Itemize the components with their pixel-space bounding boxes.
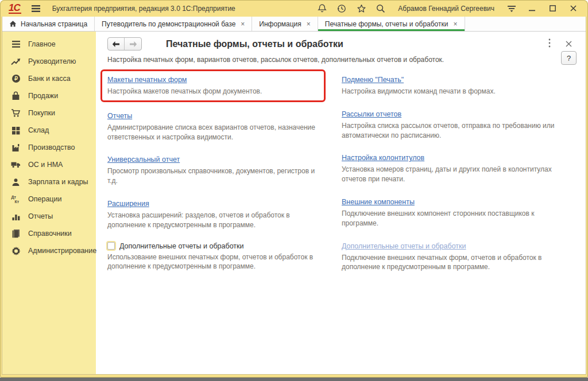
close-window-button[interactable] (566, 2, 581, 15)
service-menu-button[interactable] (505, 2, 519, 15)
1c-logo: 1С (9, 3, 21, 14)
minimize-icon (529, 6, 535, 11)
minimize-button[interactable] (524, 2, 539, 15)
bag-icon (11, 91, 21, 101)
gear-icon (11, 246, 21, 256)
checkbox-label[interactable]: Дополнительные отчеты и обработки (119, 242, 244, 250)
help-button[interactable]: ? (561, 51, 577, 65)
feature-item: Настройка колонтитулов Установка номеров… (342, 152, 560, 184)
favorites-button[interactable] (354, 2, 368, 15)
sidebar-item-label: Отчеты (28, 212, 53, 220)
sidebar-item-label: Руководителю (28, 57, 76, 65)
feature-desc: Настройка видимости команд печати в форм… (342, 87, 560, 96)
feature-desc: Настройка макетов печатных форм документ… (107, 87, 319, 96)
sidebar-item-administrirovanie[interactable]: Администрирование (2, 242, 96, 259)
link-print-form-layouts[interactable]: Макеты печатных форм (107, 76, 187, 84)
link-print-submenu[interactable]: Подменю "Печать" (342, 76, 404, 84)
current-user[interactable]: Абрамов Геннадий Сергеевич (398, 5, 494, 13)
svg-text:Дт: Дт (11, 195, 17, 200)
svg-text:₽: ₽ (14, 75, 17, 81)
sidebar-item-bank-kassa[interactable]: ₽ Банк и касса (2, 70, 96, 87)
sidebar-item-proizvodstvo[interactable]: Производство (2, 139, 96, 156)
form-header-icons (548, 38, 574, 50)
titlebar: 1С Бухгалтерия предприятия, редакция 3.0… (2, 0, 586, 17)
dtkt-icon: Дт Кт (11, 195, 21, 204)
service-menu-icon (506, 4, 517, 13)
sidebar-item-label: Банк и касса (28, 75, 71, 83)
sidebar-item-zarplata-kadry[interactable]: Зарплата и кадры (2, 173, 96, 190)
main-menu-button[interactable] (29, 2, 43, 15)
sidebar-item-otchety[interactable]: Отчеты (2, 208, 96, 225)
sidebar-item-label: Главное (28, 40, 56, 48)
more-icon (548, 38, 551, 48)
sidebar-item-spravochniki[interactable]: Справочники (2, 225, 96, 242)
feature-item: Внешние компоненты Подключение внешних к… (342, 196, 560, 228)
highlight-box: Макеты печатных форм Настройка макетов п… (100, 69, 326, 102)
search-button[interactable] (374, 2, 388, 15)
sidebar-item-pokupki[interactable]: Покупки (2, 104, 96, 122)
tab-close-icon[interactable]: × (241, 20, 245, 28)
sidebar-item-label: Операции (28, 195, 61, 203)
notifications-button[interactable] (315, 2, 329, 15)
feature-item: Отчеты Администрирование списка всех вар… (107, 110, 326, 142)
sidebar-item-glavnoe[interactable]: Главное (2, 36, 96, 53)
maximize-icon (550, 5, 556, 11)
page-subtitle: Настройка печатных форм, вариантов отчет… (107, 56, 574, 64)
sidebar-item-sklad[interactable]: Склад (2, 122, 96, 139)
window-bottom-edge (0, 378, 588, 381)
close-form-button[interactable] (566, 39, 572, 49)
link-universal-report[interactable]: Универсальный отчет (107, 155, 180, 164)
tab-information[interactable]: Информация × (252, 17, 318, 31)
sidebar-item-label: Покупки (28, 109, 55, 117)
feature-item: Макеты печатных форм Настройка макетов п… (107, 74, 319, 96)
additional-reports-checkbox[interactable] (107, 242, 115, 250)
sidebar-item-label: Производство (28, 143, 75, 151)
ruble-icon: ₽ (11, 74, 21, 84)
feature-desc: Администрирование списка всех вариантов … (107, 123, 326, 142)
link-external-components[interactable]: Внешние компоненты (342, 198, 415, 206)
close-icon (570, 5, 577, 11)
search-icon (376, 3, 386, 14)
link-reports[interactable]: Отчеты (107, 112, 132, 120)
feature-item-checkbox: Дополнительные отчеты и обработки Исполь… (107, 242, 326, 272)
titlebar-right: Абрамов Геннадий Сергеевич (315, 2, 581, 15)
truck-icon (11, 160, 21, 170)
sidebar-item-os-nma[interactable]: ОС и НМА (2, 156, 96, 173)
window-title: Бухгалтерия предприятия, редакция 3.0 1С… (52, 5, 235, 13)
sidebar-item-operatsii[interactable]: Дт Кт Операции (2, 190, 96, 208)
forward-button[interactable] (125, 38, 141, 50)
maximize-button[interactable] (545, 2, 560, 15)
back-arrow-icon (112, 41, 120, 47)
tab-demo-guide[interactable]: Путеводитель по демонстрационной базе × (95, 17, 252, 31)
cart-icon (11, 108, 21, 118)
link-extensions[interactable]: Расширения (107, 200, 149, 208)
feature-columns: Макеты печатных форм Настройка макетов п… (107, 74, 574, 284)
sidebar-item-label: Администрирование (28, 247, 96, 255)
barchart-icon (11, 212, 21, 221)
hamburger-icon (31, 5, 41, 13)
nav-buttons (107, 37, 142, 50)
tab-label: Путеводитель по демонстрационной базе (102, 20, 235, 28)
history-button[interactable] (335, 2, 349, 15)
sidebar-item-label: Зарплата и кадры (28, 178, 88, 186)
tab-print-forms[interactable]: Печатные формы, отчеты и обработки × (318, 17, 465, 31)
tab-close-icon[interactable]: × (307, 20, 311, 28)
tab-close-icon[interactable]: × (453, 20, 457, 28)
star-icon (356, 3, 367, 14)
tab-home[interactable]: Начальная страница (2, 17, 95, 31)
page-title: Печатные формы, отчеты и обработки (166, 39, 343, 49)
sidebar-item-label: Продажи (28, 92, 58, 100)
feature-desc: Установка расширений: разделов, отчетов … (107, 211, 326, 230)
more-button[interactable] (548, 38, 551, 50)
link-additional-reports-disabled[interactable]: Дополнительные отчеты и обработки (342, 242, 466, 250)
bell-icon (317, 3, 327, 14)
back-button[interactable] (108, 38, 125, 50)
sidebar-item-prodazhi[interactable]: Продажи (2, 87, 96, 104)
sidebar-item-rukovoditelyu[interactable]: Руководителю (2, 53, 96, 70)
svg-text:Кт: Кт (15, 200, 20, 204)
close-icon (566, 41, 572, 47)
menu-icon (11, 40, 21, 49)
link-header-footer-settings[interactable]: Настройка колонтитулов (342, 154, 424, 162)
link-report-mailings[interactable]: Рассылки отчетов (342, 110, 401, 118)
sidebar-item-label: Справочники (28, 230, 72, 238)
